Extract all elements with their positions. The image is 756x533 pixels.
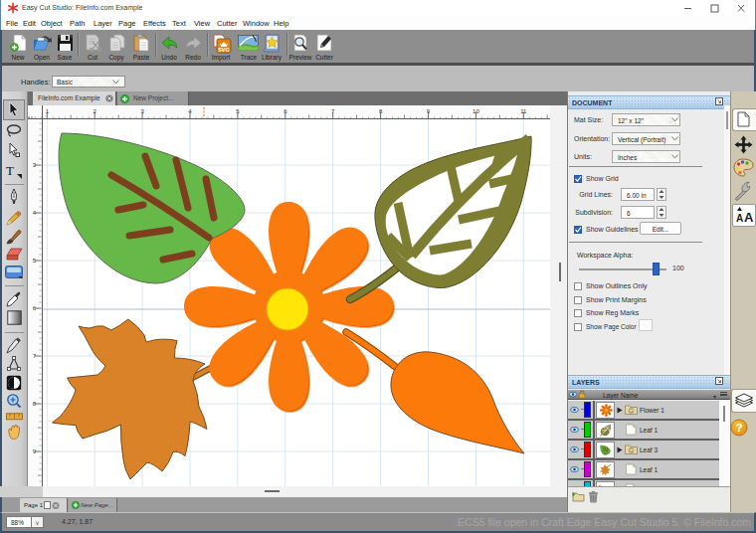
svg-text:A: A (736, 213, 743, 224)
svg-text:SVG: SVG (218, 47, 230, 53)
svg-text:A: A (744, 210, 754, 225)
svg-text:?: ? (736, 422, 743, 434)
svg-text:G: G (630, 408, 634, 414)
svg-text:G: G (630, 447, 634, 453)
